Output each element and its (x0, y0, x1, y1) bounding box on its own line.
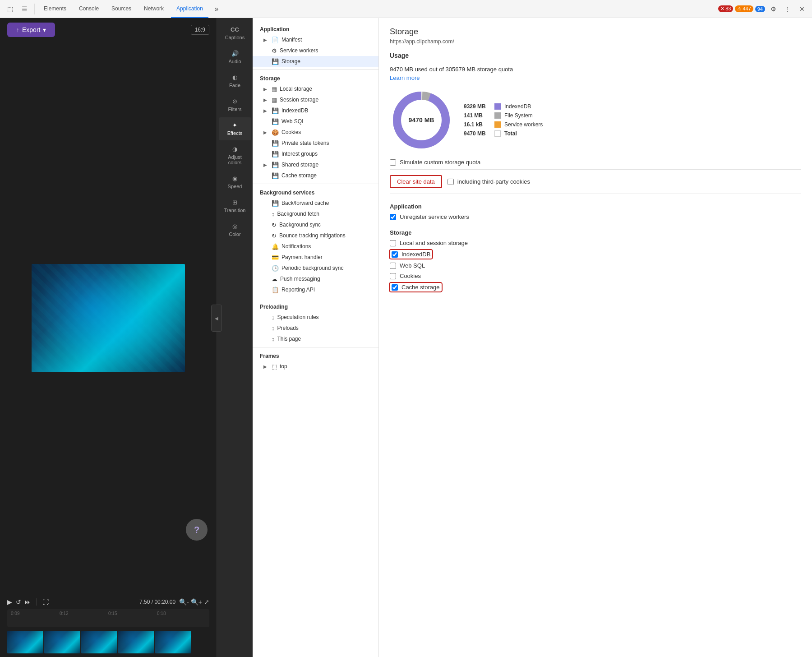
sidebar-item-transition[interactable]: ⊞ Transition (219, 194, 251, 217)
web-sql-icon: 💾 (272, 118, 279, 125)
sidebar-item-bounce-tracking[interactable]: ↻ Bounce tracking mitigations (253, 230, 378, 241)
film-frame-0 (7, 631, 43, 653)
zoom-out-button[interactable]: 🔍- (179, 598, 189, 606)
video-editor: ↑ Export ▾ 16:9 ◀ ? ▶ ↺ ⏭ ⛶ 7.50 / 00:20… (0, 18, 217, 657)
more-tabs-button[interactable]: » (210, 3, 223, 15)
skip-button[interactable]: ⏭ (25, 598, 31, 606)
sidebar-item-local-storage[interactable]: ▶ ▦ Local storage (253, 83, 378, 94)
sidebar-item-audio[interactable]: 🔊 Audio (219, 46, 251, 69)
tab-console[interactable]: Console (74, 0, 104, 18)
cache-storage-icon: 💾 (272, 172, 279, 179)
zoom-in-button[interactable]: 🔍+ (191, 598, 202, 606)
cache-storage-label: Cache storage (401, 284, 440, 291)
indexeddb-checkbox[interactable] (392, 251, 398, 258)
sidebar-item-storage[interactable]: 💾 Storage (253, 56, 378, 67)
sidebar-item-indexeddb[interactable]: ▶ 💾 IndexedDB (253, 105, 378, 116)
sidebar-item-cookies[interactable]: ▶ 🍪 Cookies (253, 127, 378, 138)
fit-zoom-button[interactable]: ⤢ (204, 598, 209, 606)
sidebar-item-speed[interactable]: ◉ Speed (219, 171, 251, 194)
application-clear-section: Application Unregister service workers (390, 203, 801, 220)
sidebar-item-shared-storage[interactable]: ▶ 💾 Shared storage (253, 159, 378, 170)
play-button[interactable]: ▶ (7, 598, 12, 606)
indexeddb-clear-row: IndexedDB (390, 250, 801, 259)
simulate-quota-label: Simulate custom storage quota (400, 159, 480, 166)
expand-ls-icon: ▶ (263, 87, 269, 92)
legend-filesystem: 141 MB File System (464, 112, 543, 119)
tab-application[interactable]: Application (171, 0, 208, 18)
sidebar-item-bg-sync[interactable]: ↻ Background sync (253, 219, 378, 230)
sidebar-item-manifest[interactable]: ▶ 📄 Manifest (253, 34, 378, 45)
devtools-icon1-button[interactable]: ⬚ (4, 3, 16, 15)
devtools-icon2-button[interactable]: ☰ (18, 3, 31, 15)
close-button[interactable]: ✕ (796, 3, 808, 15)
notifications-icon: 🔔 (272, 243, 279, 250)
video-controls: ▶ ↺ ⏭ ⛶ 7.50 / 00:20.00 🔍- 🔍+ ⤢ (0, 595, 217, 609)
sidebar-item-effects[interactable]: ✦ Effects (219, 117, 251, 140)
sidebar-item-private-state-tokens[interactable]: 💾 Private state tokens (253, 138, 378, 148)
sidebar-item-filters[interactable]: ⊘ Filters (219, 93, 251, 116)
cache-storage-checkbox[interactable] (392, 284, 398, 291)
sidebar-item-push-messaging[interactable]: ☁ Push messaging (253, 273, 378, 284)
sidebar-item-interest-groups[interactable]: 💾 Interest groups (253, 148, 378, 159)
local-session-label: Local and session storage (400, 240, 468, 246)
timeline[interactable]: 0:09 0:12 0:15 0:18 (7, 609, 209, 627)
storage-icon: 💾 (272, 58, 279, 65)
local-session-checkbox[interactable] (390, 240, 396, 246)
sidebar-item-adjust-colors[interactable]: ◑ Adjust colors (219, 141, 251, 170)
tab-elements[interactable]: Elements (38, 0, 72, 18)
rewind-button[interactable]: ↺ (16, 598, 21, 606)
sidebar-item-reporting-api[interactable]: 📋 Reporting API (253, 284, 378, 295)
upload-icon: ↑ (16, 26, 19, 33)
sidebar-item-fade[interactable]: ◐ Fade (219, 69, 251, 93)
sidebar-item-notifications[interactable]: 🔔 Notifications (253, 241, 378, 252)
web-sql-row: Web SQL (390, 262, 801, 269)
tab-network[interactable]: Network (138, 0, 169, 18)
more-options-button[interactable]: ⋮ (781, 3, 794, 15)
timeline-mark-3: 0:18 (157, 611, 206, 616)
speculation-icon: ↕ (272, 314, 275, 321)
film-frame-2 (81, 631, 117, 653)
sidebar-item-preloads[interactable]: ↕ Preloads (253, 323, 378, 333)
sidebar-item-back-forward[interactable]: 💾 Back/forward cache (253, 198, 378, 208)
local-storage-icon: ▦ (272, 86, 277, 93)
cookies-checkbox[interactable] (390, 273, 396, 279)
periodic-sync-icon: 🕒 (272, 265, 279, 272)
unregister-sw-checkbox[interactable] (390, 214, 396, 220)
export-button[interactable]: ↑ Export ▾ (7, 23, 55, 37)
devtools-content: Storage https://app.clipchamp.com/ Usage… (379, 18, 812, 657)
sidebar-item-color[interactable]: ◎ Color (219, 218, 251, 241)
sidebar-item-captions[interactable]: CC Captions (219, 22, 251, 45)
fade-icon: ◐ (232, 74, 237, 81)
expand-cookies-icon: ▶ (263, 130, 269, 135)
simulate-quota-checkbox[interactable] (390, 159, 396, 166)
expand-idb-icon: ▶ (263, 108, 269, 113)
web-sql-checkbox[interactable] (390, 263, 396, 269)
collapse-panel-button[interactable]: ◀ (211, 305, 222, 332)
filters-icon: ⊘ (232, 98, 237, 105)
sidebar-item-session-storage[interactable]: ▶ ▦ Session storage (253, 94, 378, 105)
sidebar-item-cache-storage[interactable]: 💾 Cache storage (253, 170, 378, 181)
sidebar-item-service-workers[interactable]: ⚙ Service workers (253, 45, 378, 56)
payment-icon: 💳 (272, 254, 279, 261)
tab-sources[interactable]: Sources (106, 0, 137, 18)
expand-top-icon: ▶ (263, 364, 269, 369)
third-party-cookies-checkbox[interactable] (448, 179, 454, 185)
sidebar-item-periodic-sync[interactable]: 🕒 Periodic background sync (253, 263, 378, 273)
fullscreen-button[interactable]: ⛶ (42, 598, 49, 606)
sidebar-item-payment-handler[interactable]: 💳 Payment handler (253, 252, 378, 263)
storage-clear-section: Storage Local and session storage Indexe… (390, 229, 801, 291)
clear-site-data-button[interactable]: Clear site data (390, 175, 442, 188)
learn-more-link[interactable]: Learn more (390, 74, 420, 81)
captions-icon: CC (231, 26, 239, 33)
sidebar-item-speculation[interactable]: ↕ Speculation rules (253, 312, 378, 323)
cache-storage-highlighted-row: Cache storage (390, 283, 442, 291)
help-button[interactable]: ? (186, 519, 208, 541)
sidebar-item-web-sql[interactable]: 💾 Web SQL (253, 116, 378, 127)
timeline-mark-1: 0:12 (60, 611, 108, 616)
sidebar-item-bg-fetch[interactable]: ↕ Background fetch (253, 208, 378, 219)
settings-button[interactable]: ⚙ (767, 3, 780, 15)
donut-chart: 9470 MB (390, 88, 453, 152)
info-badge: 94 (755, 6, 765, 12)
sidebar-item-top-frame[interactable]: ▶ ⬚ top (253, 361, 378, 372)
sidebar-item-this-page[interactable]: ↕ This page (253, 333, 378, 344)
